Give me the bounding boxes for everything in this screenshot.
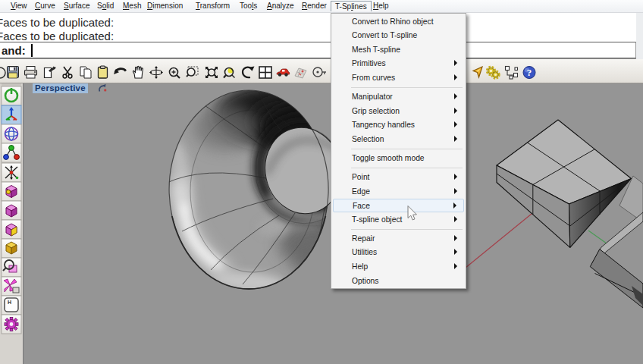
svg-text:H: H [8,300,11,305]
svg-text:?: ? [527,67,532,78]
